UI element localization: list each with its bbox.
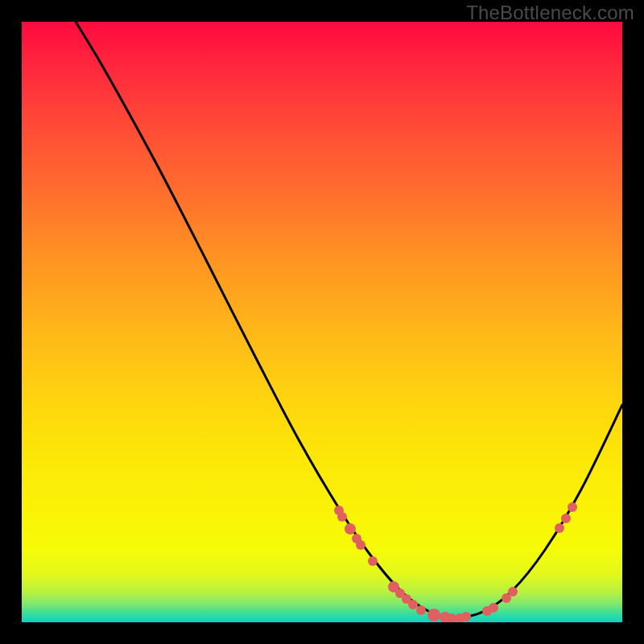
curve-marker bbox=[427, 609, 440, 621]
chart-container: TheBottleneck.com bbox=[0, 0, 644, 644]
watermark-text: TheBottleneck.com bbox=[466, 2, 634, 24]
curve-marker bbox=[489, 603, 498, 613]
curve-marker bbox=[561, 514, 571, 523]
curve-marker bbox=[337, 512, 347, 522]
curve-marker bbox=[555, 523, 564, 533]
curve-marker bbox=[356, 540, 365, 550]
curve-marker bbox=[416, 605, 426, 615]
chart-svg bbox=[22, 22, 622, 622]
curve-marker bbox=[461, 612, 471, 621]
curve-marker bbox=[508, 587, 518, 597]
curve-marker bbox=[408, 600, 418, 609]
curve-marker bbox=[368, 556, 378, 566]
curve-markers bbox=[334, 502, 577, 622]
plot-area bbox=[22, 22, 622, 622]
curve-marker bbox=[568, 502, 577, 512]
curve-marker bbox=[345, 523, 356, 535]
